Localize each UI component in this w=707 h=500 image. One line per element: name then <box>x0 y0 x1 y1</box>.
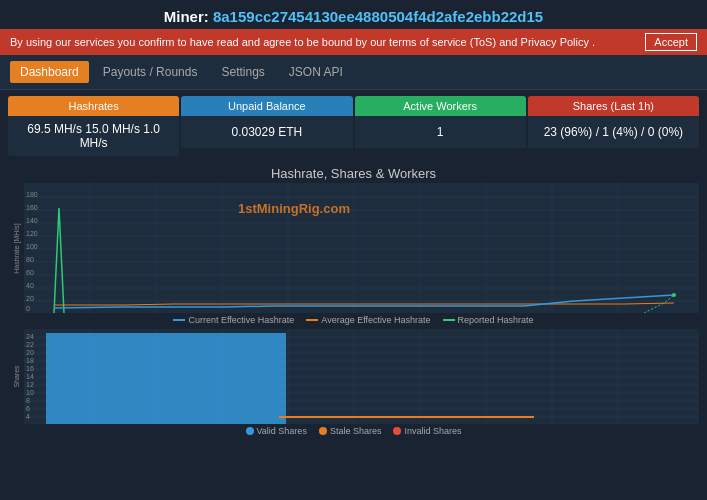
accept-button[interactable]: Accept <box>645 33 697 51</box>
miner-label: Miner: <box>164 8 209 25</box>
svg-rect-0 <box>24 183 699 313</box>
svg-text:18: 18 <box>26 357 34 364</box>
nav-item-jsonapi[interactable]: JSON API <box>279 61 353 83</box>
shares-label: Shares (Last 1h) <box>528 96 699 116</box>
legend-invalid: Invalid Shares <box>393 426 461 436</box>
svg-text:100: 100 <box>26 243 38 250</box>
svg-text:4: 4 <box>26 413 30 420</box>
hashrates-label: Hashrates <box>8 96 179 116</box>
nav-item-settings[interactable]: Settings <box>211 61 274 83</box>
shares-chart: 24 22 20 18 16 14 12 10 8 6 4 <box>24 329 699 424</box>
legend-reported-label: Reported Hashrate <box>458 315 534 325</box>
workers-label: Active Workers <box>355 96 526 116</box>
svg-text:8: 8 <box>26 397 30 404</box>
legend-valid-label: Valid Shares <box>257 426 307 436</box>
legend-average-color <box>306 319 318 321</box>
svg-text:14: 14 <box>26 373 34 380</box>
alert-message: By using our services you confirm to hav… <box>10 36 595 48</box>
hashrate-chart-wrapper: 1stMiningRig.com Hashrate [MH/s] <box>8 183 699 327</box>
svg-text:80: 80 <box>26 256 34 263</box>
svg-text:20: 20 <box>26 349 34 356</box>
svg-text:6: 6 <box>26 405 30 412</box>
shares-legend: Valid Shares Stale Shares Invalid Shares <box>8 424 699 438</box>
legend-average: Average Effective Hashrate <box>306 315 430 325</box>
svg-text:12: 12 <box>26 381 34 388</box>
svg-text:20: 20 <box>26 295 34 302</box>
miner-id: 8a159cc27454130ee4880504f4d2afe2ebb22d15 <box>213 8 543 25</box>
stat-shares: Shares (Last 1h) 23 (96%) / 1 (4%) / 0 (… <box>528 96 699 156</box>
legend-valid-color <box>246 427 254 435</box>
stat-workers: Active Workers 1 <box>355 96 526 156</box>
legend-current: Current Effective Hashrate <box>173 315 294 325</box>
nav-item-payouts[interactable]: Payouts / Rounds <box>93 61 208 83</box>
legend-stale-label: Stale Shares <box>330 426 382 436</box>
unpaid-label: Unpaid Balance <box>181 96 352 116</box>
workers-value: 1 <box>355 116 526 148</box>
legend-stale-color <box>319 427 327 435</box>
watermark: 1stMiningRig.com <box>238 201 350 216</box>
svg-text:120: 120 <box>26 230 38 237</box>
svg-text:140: 140 <box>26 217 38 224</box>
stat-hashrates: Hashrates 69.5 MH/s 15.0 MH/s 1.0 MH/s <box>8 96 179 156</box>
svg-text:24: 24 <box>26 333 34 340</box>
alert-bar: By using our services you confirm to hav… <box>0 29 707 55</box>
stats-row: Hashrates 69.5 MH/s 15.0 MH/s 1.0 MH/s U… <box>0 90 707 162</box>
shares-value: 23 (96%) / 1 (4%) / 0 (0%) <box>528 116 699 148</box>
shares-chart-wrapper: Shares <box>8 329 699 438</box>
hashrates-value: 69.5 MH/s 15.0 MH/s 1.0 MH/s <box>8 116 179 156</box>
hashrate-legend: Current Effective Hashrate Average Effec… <box>8 313 699 327</box>
navigation: Dashboard Payouts / Rounds Settings JSON… <box>0 55 707 90</box>
legend-average-label: Average Effective Hashrate <box>321 315 430 325</box>
hashrate-chart: 180 160 140 120 100 80 60 40 20 0 <box>24 183 699 313</box>
legend-reported-color <box>443 319 455 321</box>
legend-current-label: Current Effective Hashrate <box>188 315 294 325</box>
page-header: Miner: 8a159cc27454130ee4880504f4d2afe2e… <box>0 0 707 29</box>
stat-unpaid: Unpaid Balance 0.03029 ETH <box>181 96 352 156</box>
svg-text:10: 10 <box>26 389 34 396</box>
legend-current-color <box>173 319 185 321</box>
svg-text:60: 60 <box>26 269 34 276</box>
svg-rect-62 <box>46 333 286 424</box>
chart-section: Hashrate, Shares & Workers 1stMiningRig.… <box>0 162 707 442</box>
chart2-y-axis-label: Shares <box>13 365 20 387</box>
unpaid-value: 0.03029 ETH <box>181 116 352 148</box>
legend-invalid-label: Invalid Shares <box>404 426 461 436</box>
svg-text:180: 180 <box>26 191 38 198</box>
svg-text:40: 40 <box>26 282 34 289</box>
svg-text:22: 22 <box>26 341 34 348</box>
legend-stale: Stale Shares <box>319 426 382 436</box>
legend-invalid-color <box>393 427 401 435</box>
svg-text:0: 0 <box>26 305 30 312</box>
nav-item-dashboard[interactable]: Dashboard <box>10 61 89 83</box>
legend-reported: Reported Hashrate <box>443 315 534 325</box>
svg-text:160: 160 <box>26 204 38 211</box>
chart1-y-axis-label: Hashrate [MH/s] <box>13 223 20 274</box>
legend-valid: Valid Shares <box>246 426 307 436</box>
chart-title: Hashrate, Shares & Workers <box>8 166 699 181</box>
svg-text:16: 16 <box>26 365 34 372</box>
